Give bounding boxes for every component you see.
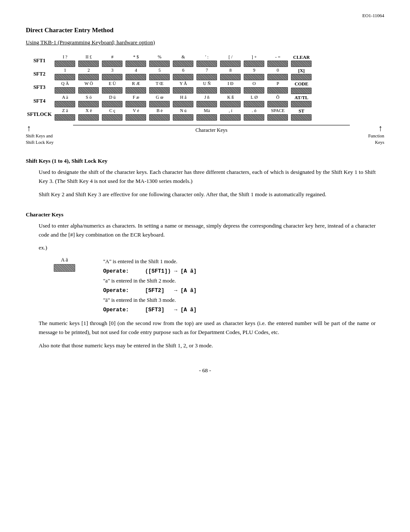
key-cell: N ú xyxy=(172,108,194,121)
example-label: ex.) xyxy=(39,243,376,252)
doc-id: EO1-11064 xyxy=(26,13,384,18)
char-keys-label: Character Keys xyxy=(196,127,227,134)
keyboard-diagram: SFT1 I ? II £ # * $ % & ' : [ / ] + - = … xyxy=(26,54,384,146)
shift-para-2: Shift Key 2 and Shift Key 3 are effectiv… xyxy=(39,190,376,199)
row-label-sft2: SFT2 xyxy=(27,68,52,80)
function-key-x: [X] xyxy=(290,68,312,80)
key-cell: ' : xyxy=(196,55,218,67)
example-area: A ä "A" is entered in the Shift 1 mode. … xyxy=(52,257,376,315)
shift-label: Shift Keys andShift Lock Key xyxy=(26,133,54,146)
key-cell: U Ñ xyxy=(196,81,218,94)
key-cell: 6 xyxy=(172,68,194,80)
section-body-shift: Used to designate the shift of the chara… xyxy=(39,168,376,199)
key-cell: Z â xyxy=(54,108,76,121)
left-arrow-icon: ↑ xyxy=(27,123,31,133)
function-key-code: CODE xyxy=(290,81,312,94)
key-cell: Y Å xyxy=(172,81,194,94)
key-cell: II £ xyxy=(77,55,100,67)
sections-container: Shift Keys (1 to 4), Shift Lock Key Used… xyxy=(26,158,384,350)
keyboard-row-sft3: SFT3 Q Ä W Ö E Ü R Æ T Œ Y Å U Ñ I Ð O P… xyxy=(27,81,312,94)
example-line-4: Operate: [SFT2] → [A ā] xyxy=(103,286,197,296)
example-key-display: A ä xyxy=(52,257,77,315)
char-keys-area: Character Keys xyxy=(73,123,350,134)
key-cell: R Æ xyxy=(125,81,147,94)
char-keys-line xyxy=(73,125,350,125)
key-cell: Ô xyxy=(266,95,289,107)
key-cell: 1 xyxy=(54,68,76,80)
key-cell: 8 xyxy=(219,68,242,80)
subtitle: Using TKB-1 (Programming Keyboard; hardw… xyxy=(26,39,384,46)
key-cell: Q Ä xyxy=(54,81,76,94)
function-key-st: ST xyxy=(290,108,312,121)
example-line-1: "A" is entered in the Shift 1 mode. xyxy=(103,257,197,267)
key-cell: S ö xyxy=(77,95,100,107)
key-cell: - = xyxy=(266,55,289,67)
section-heading-char: Character Keys xyxy=(26,211,384,218)
shift-para-1: Used to designate the shift of the chara… xyxy=(39,168,376,186)
example-text-block: "A" is entered in the Shift 1 mode. Oper… xyxy=(103,257,197,315)
key-cell: 0 xyxy=(266,68,289,80)
key-cell: * $ xyxy=(125,55,147,67)
keyboard-table: SFT1 I ? II £ # * $ % & ' : [ / ] + - = … xyxy=(26,54,314,122)
row-label-sftlock: SFTLOCK xyxy=(27,108,52,121)
key-cell: 9 xyxy=(243,68,265,80)
key-cell: X ê xyxy=(77,108,100,121)
shift-keys-label-area: ↑ Shift Keys andShift Lock Key xyxy=(26,123,73,146)
function-key-attl: AT/TL xyxy=(290,95,312,107)
key-cell: ] + xyxy=(243,55,265,67)
row-label-sft3: SFT3 xyxy=(27,81,52,94)
key-cell: 2 xyxy=(77,68,100,80)
key-cell: G œ xyxy=(148,95,171,107)
section-body-char: Used to enter alpha/numerics as characte… xyxy=(39,222,376,350)
key-cell: & xyxy=(172,55,194,67)
function-key-clear: CLEAR xyxy=(290,55,312,67)
key-cell: L Ø xyxy=(243,95,265,107)
row-label-sft1: SFT1 xyxy=(27,55,52,67)
main-title: Direct Character Entry Method xyxy=(26,27,384,34)
example-key-body xyxy=(54,264,75,272)
keyboard-row-sft1: SFT1 I ? II £ # * $ % & ' : [ / ] + - = … xyxy=(27,55,312,67)
keyboard-row-sft4: SFT4 A ä S ö D ü F æ G œ H å J ñ K ß L Ø… xyxy=(27,95,312,107)
key-cell: K ß xyxy=(219,95,242,107)
key-cell: 7 xyxy=(196,68,218,80)
key-cell: B è xyxy=(148,108,171,121)
example-line-6: Operate: [SFT3] → [A ā] xyxy=(103,305,197,315)
key-cell: T Œ xyxy=(148,81,171,94)
key-cell: . ó xyxy=(243,108,265,121)
keyboard-row-sftlock: SFTLOCK Z â X ê C ç V é B è N ú Má , í .… xyxy=(27,108,312,121)
char-para-1: Used to enter alpha/numerics as characte… xyxy=(39,222,376,240)
key-cell: 3 xyxy=(101,68,123,80)
key-cell: H å xyxy=(172,95,194,107)
key-cell: I ? xyxy=(54,55,76,67)
key-cell: # xyxy=(101,55,123,67)
right-arrow-icon: ↑ xyxy=(378,123,382,133)
key-cell: % xyxy=(148,55,171,67)
row-label-sft4: SFT4 xyxy=(27,95,52,107)
key-cell: E Ü xyxy=(101,81,123,94)
key-cell: O xyxy=(243,81,265,94)
char-extra-para-1: The numeric keys [1] through [0] (on the… xyxy=(39,319,376,337)
function-keys-label-area: ↑ FunctionKeys xyxy=(350,123,384,146)
key-cell: V é xyxy=(125,108,147,121)
page-number: - 68 - xyxy=(26,367,384,374)
keyboard-row-sft2: SFT2 1 2 3 4 5 6 7 8 9 0 [X] xyxy=(27,68,312,80)
key-cell: 5 xyxy=(148,68,171,80)
key-cell: P xyxy=(266,81,289,94)
example-line-3: "a" is entered in the Shift 2 mode. xyxy=(103,276,197,286)
key-cell: SPACE xyxy=(266,108,289,121)
example-line-5: "ä" is entered in the Shift 3 mode. xyxy=(103,295,197,305)
key-cell: F æ xyxy=(125,95,147,107)
char-extra-para-2: Also note that those numeric keys may be… xyxy=(39,341,376,350)
example-key-top: A ä xyxy=(61,257,68,263)
key-cell: , í xyxy=(219,108,242,121)
key-cell: D ü xyxy=(101,95,123,107)
key-cell: 4 xyxy=(125,68,147,80)
key-cell: J ñ xyxy=(196,95,218,107)
function-label: FunctionKeys xyxy=(368,133,384,146)
section-heading-shift: Shift Keys (1 to 4), Shift Lock Key xyxy=(26,158,384,164)
key-cell: C ç xyxy=(101,108,123,121)
example-line-2: Operate: ([SFT1]) → [A ā] xyxy=(103,267,197,277)
key-cell: Má xyxy=(196,108,218,121)
key-cell: W Ö xyxy=(77,81,100,94)
key-cell: [ / xyxy=(219,55,242,67)
